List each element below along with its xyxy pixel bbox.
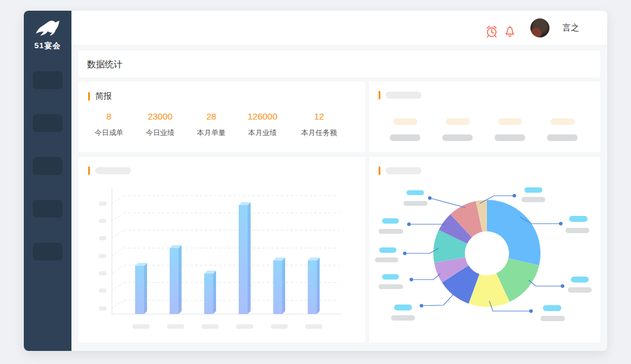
sidebar-menu bbox=[33, 71, 63, 285]
app-container: 51宴会 言之 bbox=[24, 11, 607, 351]
placeholder-column bbox=[547, 118, 577, 141]
placeholder-column bbox=[442, 118, 473, 141]
callout-label-skeleton bbox=[568, 287, 592, 293]
sidebar: 51宴会 bbox=[24, 11, 71, 351]
callout-label-skeleton bbox=[521, 197, 545, 202]
callout-value-skeleton bbox=[382, 274, 399, 280]
stat-value: 28 bbox=[197, 111, 226, 121]
app-window: 51宴会 言之 bbox=[0, 0, 631, 364]
bar-side-face bbox=[179, 245, 182, 314]
header: 言之 bbox=[71, 11, 607, 45]
stat-item: 23000今日业绩 bbox=[146, 111, 174, 138]
callout-value-skeleton bbox=[569, 216, 588, 222]
callout-label-skeleton bbox=[404, 201, 427, 206]
bar-side-face bbox=[144, 263, 147, 314]
bar bbox=[170, 248, 179, 314]
callout-value-skeleton bbox=[407, 190, 424, 195]
callout-dot bbox=[513, 194, 516, 197]
y-tick-skeleton bbox=[99, 288, 107, 293]
x-tick-skeleton bbox=[271, 324, 288, 329]
accent-bar bbox=[379, 167, 380, 175]
content-area: 数据统计 简报 8今日成单23000今日业绩28本月单量126000本月业绩12… bbox=[71, 45, 607, 351]
bell-icon[interactable] bbox=[504, 25, 516, 38]
callout-label-skeleton bbox=[541, 316, 565, 321]
callout-value-skeleton bbox=[543, 305, 561, 311]
bar-chart bbox=[79, 157, 366, 343]
x-tick-skeleton bbox=[133, 324, 150, 329]
callout-dot bbox=[559, 222, 563, 225]
briefing-title: 简报 bbox=[95, 91, 112, 102]
bar bbox=[273, 261, 282, 314]
page-title-bar: 数据统计 bbox=[79, 51, 600, 77]
placeholder-card-header bbox=[379, 91, 421, 99]
sidebar-menu-item[interactable] bbox=[33, 71, 63, 89]
title-skeleton bbox=[95, 167, 131, 174]
value-skeleton bbox=[393, 118, 417, 125]
label-skeleton bbox=[390, 134, 420, 141]
bar-chart-card bbox=[79, 157, 366, 343]
callout-label-skeleton bbox=[375, 258, 398, 262]
bar-side-face bbox=[213, 271, 216, 314]
y-tick-skeleton bbox=[99, 254, 107, 258]
grid-depth-tick bbox=[112, 213, 124, 221]
callout-value-skeleton bbox=[524, 187, 542, 193]
donut-segment bbox=[487, 200, 541, 265]
grid-depth-tick bbox=[112, 265, 124, 273]
donut-chart bbox=[369, 157, 600, 343]
title-skeleton bbox=[386, 92, 421, 99]
donut-chart-card-header bbox=[379, 167, 421, 175]
bar bbox=[239, 205, 248, 314]
briefing-card: 简报 8今日成单23000今日业绩28本月单量126000本月业绩12本月任务额 bbox=[79, 81, 366, 152]
grid-depth-tick bbox=[112, 248, 124, 256]
callout-label-skeleton bbox=[566, 228, 589, 233]
accent-bar bbox=[88, 167, 90, 175]
callout-value-skeleton bbox=[571, 277, 589, 283]
avatar[interactable] bbox=[530, 18, 549, 37]
callout-line bbox=[411, 274, 441, 280]
logo: 51宴会 bbox=[24, 19, 71, 51]
alarm-clock-icon[interactable] bbox=[485, 25, 498, 38]
sidebar-menu-item[interactable] bbox=[33, 114, 63, 132]
callout-label-skeleton bbox=[391, 315, 415, 321]
title-skeleton bbox=[386, 167, 421, 174]
callout-value-skeleton bbox=[379, 247, 396, 253]
label-skeleton bbox=[495, 134, 525, 141]
callout-line bbox=[430, 198, 466, 208]
swallow-logo-icon bbox=[35, 19, 61, 39]
sidebar-menu-item[interactable] bbox=[33, 243, 63, 261]
bar bbox=[308, 261, 317, 314]
stat-value: 23000 bbox=[146, 111, 174, 121]
label-skeleton bbox=[547, 134, 577, 141]
page-title: 数据统计 bbox=[87, 59, 123, 70]
callout-dot bbox=[410, 278, 413, 281]
stat-label: 本月业绩 bbox=[248, 128, 277, 138]
sidebar-menu-item[interactable] bbox=[33, 157, 63, 175]
x-tick-skeleton bbox=[305, 324, 323, 329]
user-name[interactable]: 言之 bbox=[563, 23, 579, 33]
stat-item: 12本月任务额 bbox=[301, 111, 337, 138]
bar bbox=[135, 266, 144, 314]
value-skeleton bbox=[446, 118, 470, 125]
stat-item: 28本月单量 bbox=[197, 111, 226, 138]
stat-item: 126000本月业绩 bbox=[248, 111, 277, 138]
y-tick-skeleton bbox=[99, 271, 107, 275]
stat-value: 126000 bbox=[248, 111, 277, 121]
logo-text: 51宴会 bbox=[24, 40, 71, 51]
stat-value: 8 bbox=[95, 111, 123, 121]
x-tick-skeleton bbox=[167, 324, 185, 329]
briefing-card-header: 简报 bbox=[88, 91, 112, 102]
stat-item: 8今日成单 bbox=[95, 111, 123, 138]
callout-dot bbox=[529, 309, 533, 313]
y-tick-skeleton bbox=[99, 306, 107, 310]
x-tick-skeleton bbox=[236, 324, 254, 329]
placeholder-column bbox=[390, 118, 420, 141]
grid-depth-tick bbox=[112, 300, 124, 308]
placeholder-card bbox=[369, 81, 600, 152]
callout-value-skeleton bbox=[382, 218, 399, 224]
bar-side-face bbox=[248, 202, 251, 314]
callout-dot bbox=[420, 304, 423, 307]
stat-value: 12 bbox=[301, 111, 337, 121]
callout-dot bbox=[403, 252, 407, 255]
callout-line bbox=[529, 280, 563, 286]
sidebar-menu-item[interactable] bbox=[33, 200, 63, 218]
